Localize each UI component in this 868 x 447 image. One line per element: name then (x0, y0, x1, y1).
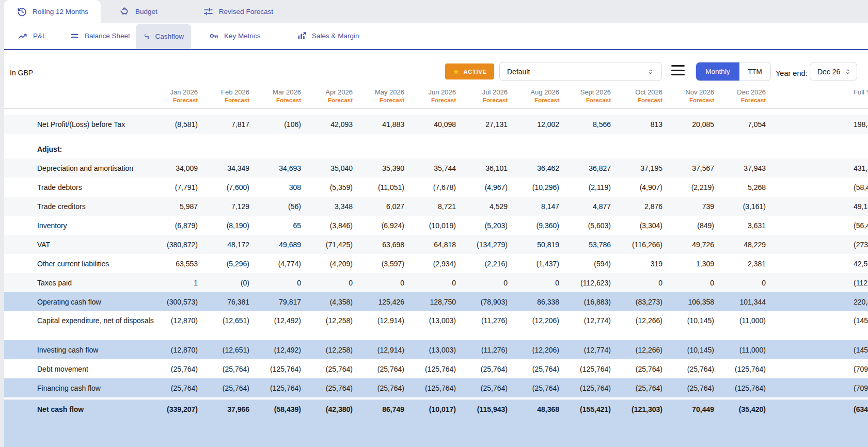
table-row: Depreciation and amortisation34,00934,34… (4, 158, 868, 178)
cell: 49,689 (258, 240, 310, 249)
cell: (709,1 (775, 364, 868, 374)
column-forecast-tag: Forecast (361, 97, 404, 104)
tab-label: Cashflow (155, 33, 184, 40)
column-header: Full Y (775, 88, 868, 97)
tab-sales-margin[interactable]: Sales & Margin (289, 23, 367, 49)
cell: (380,872) (155, 240, 207, 249)
cell: 220,4 (775, 297, 868, 307)
tab-cashflow[interactable]: Cashflow (136, 24, 191, 49)
cell: (3,161) (723, 202, 775, 211)
cell: (12,206) (516, 316, 568, 325)
row-label: Trade debtors (4, 183, 155, 192)
tab-label: Key Metrics (224, 32, 261, 40)
cell: (3,597) (361, 259, 413, 268)
cell: (106) (258, 120, 310, 129)
tab-budget[interactable]: Budget (107, 0, 170, 23)
cell: (8,581) (155, 120, 207, 129)
cell: (5,203) (465, 221, 516, 230)
cell: 34,349 (207, 164, 258, 173)
cell: (12,870) (155, 316, 207, 325)
cell: (125,764) (723, 384, 775, 393)
cell: (12,266) (620, 316, 671, 325)
cell: 37,943 (723, 164, 775, 173)
cell: 42,5 (775, 259, 868, 268)
year-end-select[interactable]: Dec 26 (810, 62, 857, 81)
cell: 48,368 (516, 405, 568, 414)
cell: (0) (207, 278, 258, 288)
cell: (25,764) (361, 364, 413, 374)
column-forecast-tag: Forecast (258, 97, 301, 104)
cell: 739 (671, 202, 723, 211)
tab-key-metrics[interactable]: Key Metrics (201, 23, 268, 49)
bar-chart-arrow-icon (296, 30, 307, 41)
column-header: Jun 2026Forecast (413, 88, 465, 104)
table-row: Net cash flow(339,207)37,966(58,439)(42,… (4, 400, 868, 447)
cell: (25,764) (361, 384, 413, 393)
tab-label: Balance Sheet (85, 32, 130, 40)
cell: (125,764) (568, 384, 620, 393)
cell: (5,359) (310, 183, 361, 192)
cell: (3,304) (620, 221, 671, 230)
cashflow-table: Net Profit/(Loss) before Tax(8,581)7,817… (4, 115, 868, 447)
toggle-ttm[interactable]: TTM (739, 62, 770, 81)
cell: (71,425) (310, 240, 361, 249)
cell: 20,085 (671, 120, 723, 129)
tab-pl[interactable]: P&L (10, 23, 54, 49)
currency-label: In GBP (10, 69, 33, 77)
key-icon (209, 30, 219, 41)
cell: (25,764) (310, 384, 361, 393)
cell: 35,390 (361, 164, 413, 173)
row-label: Net cash flow (4, 405, 155, 414)
cell: 813 (620, 120, 671, 129)
active-scenario-badge[interactable]: ★ ACTIVE (445, 63, 494, 79)
tab-revised-forecast[interactable]: Revised Forecast (191, 0, 286, 23)
sliders-icon (203, 6, 214, 17)
cell: (58,4 (775, 183, 868, 192)
column-forecast-tag: Forecast (620, 97, 662, 104)
tab-label: P&L (33, 32, 46, 40)
cell: (7,791) (155, 183, 207, 192)
cell: (11,276) (465, 345, 516, 355)
cell: (6,879) (155, 221, 207, 230)
cell: (12,206) (516, 345, 568, 355)
column-header: Sept 2026Forecast (568, 88, 620, 104)
cell: (10,019) (413, 221, 465, 230)
tab-balance-sheet[interactable]: Balance Sheet (62, 23, 137, 49)
cell: 12,002 (516, 120, 568, 129)
cell: (134,279) (465, 240, 516, 249)
cell: 3,631 (723, 221, 775, 230)
row-label: Investing cash flow (4, 345, 155, 355)
active-badge-label: ACTIVE (463, 69, 486, 75)
column-month: Mar 2026 (258, 88, 301, 97)
cell: (12,258) (310, 316, 361, 325)
column-header: Oct 2026Forecast (620, 88, 671, 104)
cell: (25,764) (155, 364, 207, 374)
table-row: Other current liabilities63,553(5,296)(4… (4, 254, 868, 273)
menu-icon[interactable] (671, 65, 685, 75)
cell: (13,003) (413, 345, 465, 355)
cell: (25,764) (155, 384, 207, 393)
column-month: Dec 2026 (723, 88, 766, 97)
cell: 0 (413, 278, 465, 288)
cell: (10,296) (516, 183, 568, 192)
cell: (9,360) (516, 221, 568, 230)
cell: (155,421) (568, 405, 620, 414)
column-header: Jan 2026Forecast (155, 88, 207, 104)
cell: 79,817 (258, 297, 310, 307)
cell: 0 (671, 278, 723, 288)
table-row: Adjust: (4, 139, 868, 158)
cell: (8,190) (207, 221, 258, 230)
cell: (25,764) (671, 384, 723, 393)
row-label: Taxes paid (4, 278, 155, 288)
cell: 7,129 (207, 202, 258, 211)
column-header: Feb 2026Forecast (207, 88, 258, 104)
cell: (12,492) (258, 316, 310, 325)
column-month: Jun 2026 (413, 88, 456, 97)
tab-rolling-12-months[interactable]: Rolling 12 Months (4, 0, 101, 23)
scenario-select[interactable]: Default (499, 62, 662, 81)
toggle-monthly[interactable]: Monthly (696, 62, 739, 81)
cell: (339,207) (155, 405, 207, 414)
column-forecast-tag: Forecast (568, 97, 611, 104)
column-month: Sept 2026 (568, 88, 611, 97)
column-header: May 2026Forecast (361, 88, 413, 104)
